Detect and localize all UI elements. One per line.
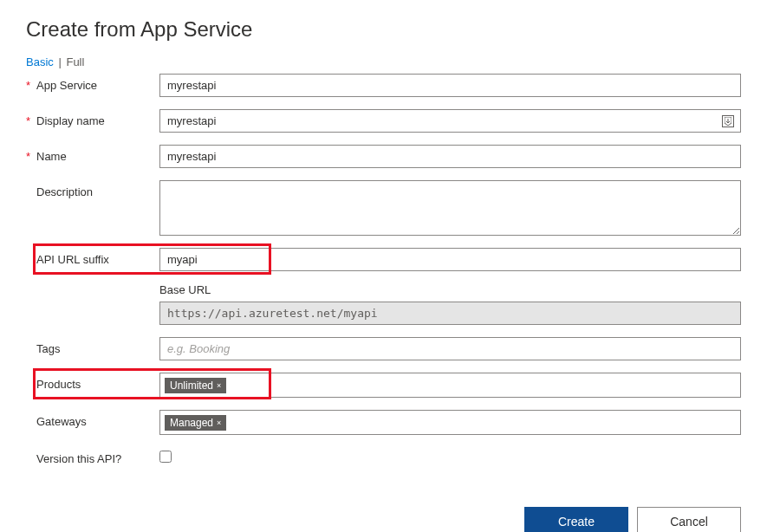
api-url-suffix-label: API URL suffix [36,253,109,266]
version-this-api-label: Version this API? [36,452,121,465]
version-this-api-checkbox[interactable] [159,451,172,463]
tab-full[interactable]: Full [66,55,84,68]
tab-bar: Basic | Full [26,55,741,68]
required-asterisk: * [26,114,36,127]
cancel-button[interactable]: Cancel [637,507,741,532]
products-label: Products [36,378,81,391]
chip-label: Managed [170,417,213,429]
products-input[interactable]: Unlimited × [159,373,741,398]
chip-remove-icon[interactable]: × [217,381,221,390]
page-title: Create from App Service [26,17,741,42]
app-service-label: App Service [36,79,97,92]
base-url-label: Base URL [159,283,741,296]
products-chip-unlimited[interactable]: Unlimited × [164,377,227,394]
description-label: Description [36,185,93,198]
required-asterisk: * [26,150,36,163]
tab-separator: | [58,55,61,68]
tags-input[interactable] [159,337,741,360]
base-url-value: https://api.azuretest.net/myapi [159,302,741,325]
create-button[interactable]: Create [524,507,628,532]
name-input[interactable] [159,145,741,168]
chip-label: Unlimited [170,380,213,392]
tab-basic[interactable]: Basic [26,55,54,68]
gateways-chip-managed[interactable]: Managed × [164,414,227,431]
gateways-label: Gateways [36,415,87,428]
chip-remove-icon[interactable]: × [217,418,221,427]
display-name-input[interactable] [159,109,741,133]
tags-label: Tags [36,342,60,355]
app-service-input[interactable] [159,74,741,97]
gateways-input[interactable]: Managed × [159,410,741,435]
required-asterisk: * [26,79,36,92]
description-input[interactable] [159,180,741,236]
display-name-label: Display name [36,114,105,127]
save-icon[interactable] [722,115,734,127]
name-label: Name [36,150,67,163]
api-url-suffix-input[interactable] [159,248,741,271]
